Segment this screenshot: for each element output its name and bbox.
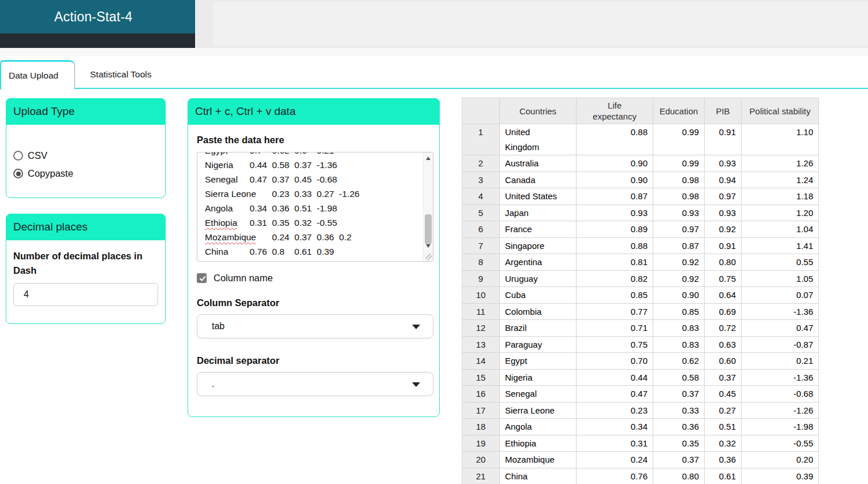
decimal-places-value: 4 [24,289,29,300]
tab-statistical-tools[interactable]: Statistical Tools [76,60,177,89]
tab-data-upload[interactable]: Data Upload [0,60,75,90]
table-cell: 0.21 [742,353,819,370]
table-header-row: CountriesLife expectancyEducationPIBPoli… [462,98,819,124]
table-cell: -0.68 [742,386,819,403]
table-row: 21China0.760.800.610.39 [462,468,819,484]
table-cell: Brazil [500,320,577,337]
textarea-scrollbar[interactable] [423,152,433,261]
scrollbar-thumb[interactable] [425,214,432,244]
table-cell: Cuba [500,287,577,304]
decimal-separator-label: Decimal separator [197,355,279,366]
table-cell: 0.99 [653,155,705,172]
scrollbar-up-icon[interactable] [424,154,433,163]
csv-radio[interactable] [13,151,23,161]
table-header-cell: Education [653,98,705,124]
table-cell: 16 [462,386,500,403]
paste-textarea[interactable]: Egypt 0.7 0.62 0.6 0.21Nigeria 0.44 0.58… [197,152,433,262]
table-cell: 0.32 [705,435,742,452]
copypaste-radio-label: Copypaste [28,168,73,179]
table-cell: 19 [462,435,500,452]
table-cell: Nigeria [500,369,577,386]
table-cell: -1.36 [742,369,819,386]
table-row: 11Colombia0.770.850.69-1.36 [462,303,819,320]
decimal-places-title: Decimal places [13,221,88,233]
table-cell: 0.93 [705,204,742,221]
table-cell: 0.98 [653,172,705,188]
copypaste-radio[interactable] [13,169,23,178]
table-cell: 0.55 [742,254,819,271]
table-cell: Canada [500,172,577,188]
table-cell: France [500,221,577,238]
table-cell: 0.92 [653,270,705,287]
table-cell: 20 [462,452,500,468]
table-cell: 0.37 [705,369,742,386]
table-cell: 0.91 [705,237,742,254]
radio-option-copypaste[interactable]: Copypaste [13,168,73,179]
table-cell: 0.83 [653,320,705,337]
table-cell: 4 [462,188,500,205]
paste-textarea-content: Egypt 0.7 0.62 0.6 0.21Nigeria 0.44 0.58… [205,152,423,259]
table-cell: 0.98 [653,188,705,205]
radio-option-csv[interactable]: CSV [13,150,47,161]
table-cell: Mozambique [500,452,577,468]
table-header-cell: Political stability [742,98,819,124]
table-cell: 11 [462,303,500,320]
table-header-cell [462,98,500,124]
table-cell: China [500,468,577,484]
table-cell: 0.81 [577,254,653,271]
table-row: 13Paraguay0.750.830.63-0.87 [462,336,819,353]
decimal-places-panel: Decimal places Number of decimal places … [6,214,166,324]
header-shadow-strip [0,48,868,56]
paste-data-panel: Ctrl + c, Ctrl + v data Paste the data h… [188,98,440,417]
table-cell: 0.47 [742,320,819,337]
table-cell: -1.36 [742,303,819,320]
table-cell: 0.75 [577,336,653,353]
table-cell: Sierra Leone [500,402,577,419]
table-cell: 0.99 [653,124,705,155]
textarea-resize-grip[interactable] [425,254,432,260]
table-cell: 0.27 [705,402,742,419]
table-cell: 12 [462,320,500,337]
table-cell: 0.44 [577,369,653,386]
table-cell: 18 [462,419,500,435]
table-cell: 6 [462,221,500,238]
table-cell: 0.88 [577,237,653,254]
data-table-head: CountriesLife expectancyEducationPIBPoli… [462,98,819,124]
table-row: 5Japan0.930.930.931.20 [462,204,819,221]
tab-bar: Data Upload Statistical Tools [0,59,868,90]
table-row: 7Singapore0.880.870.911.41 [462,237,819,254]
table-cell: 0.34 [577,419,653,435]
table-cell: 0.94 [705,172,742,188]
table-cell: Ethiopia [500,435,577,452]
decimal-places-panel-header: Decimal places [6,214,166,240]
decimal-separator-select[interactable]: . [197,372,433,396]
table-cell: 0.58 [653,369,705,386]
table-cell: Argentina [500,254,577,271]
upload-type-panel: Upload Type CSV Copypaste [6,98,166,198]
tab-statistical-tools-label: Statistical Tools [90,69,152,80]
header-dark-strip [0,33,195,48]
table-cell: 0.61 [705,468,742,484]
table-cell: 0.31 [577,435,653,452]
csv-radio-label: CSV [28,150,47,161]
table-cell: Uruguay [500,270,577,287]
table-cell: 0.80 [653,468,705,484]
table-row: 9Uruguay0.820.920.751.05 [462,270,819,287]
table-cell: 0.62 [653,353,705,370]
table-row: 14Egypt0.700.620.600.21 [462,353,819,370]
decimal-places-input[interactable]: 4 [13,283,158,306]
table-cell: 1.10 [742,124,819,155]
decimal-places-label: Number of decimal places in Dash [13,249,152,278]
table-cell: -1.26 [742,402,819,419]
table-cell: 1.24 [742,172,819,188]
table-row: 20Mozambique0.240.370.360.20 [462,452,819,468]
table-row: 12Brazil0.710.830.720.47 [462,320,819,337]
table-cell: 9 [462,270,500,287]
table-cell: 0.85 [653,303,705,320]
column-name-label: Column name [214,273,273,284]
column-name-checkbox[interactable] [197,273,207,283]
table-cell: 0.23 [577,402,653,419]
column-separator-select[interactable]: tab [197,314,433,338]
table-cell: 0.76 [577,468,653,484]
column-name-option[interactable]: Column name [197,273,273,284]
